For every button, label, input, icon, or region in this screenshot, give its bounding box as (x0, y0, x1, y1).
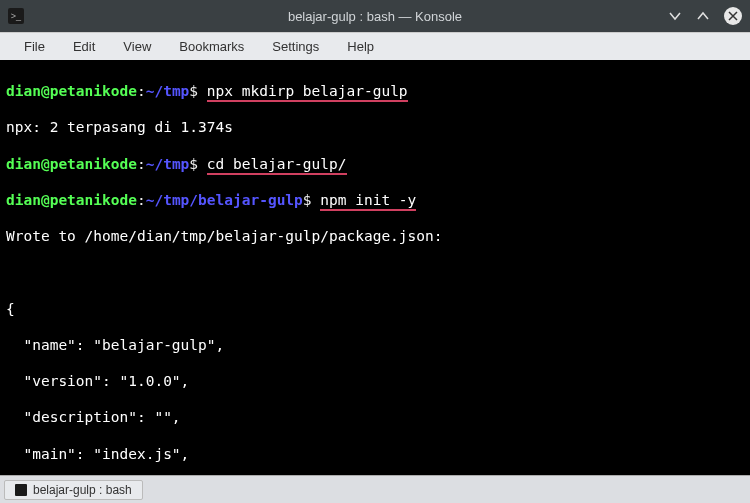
menu-file[interactable]: File (10, 35, 59, 58)
minimize-button[interactable] (668, 7, 682, 25)
window-title: belajar-gulp : bash — Konsole (0, 9, 750, 24)
terminal-area[interactable]: dian@petanikode:~/tmp$ npx mkdirp belaja… (0, 60, 750, 475)
terminal-line: "version": "1.0.0", (6, 372, 744, 390)
terminal-line: "name": "belajar-gulp", (6, 336, 744, 354)
close-button[interactable] (724, 7, 742, 25)
terminal-line: "description": "", (6, 408, 744, 426)
terminal-line: dian@petanikode:~/tmp$ cd belajar-gulp/ (6, 155, 744, 173)
terminal-line (6, 263, 744, 281)
terminal-line: dian@petanikode:~/tmp$ npx mkdirp belaja… (6, 82, 744, 100)
tab-bar: belajar-gulp : bash (0, 475, 750, 503)
terminal-tab[interactable]: belajar-gulp : bash (4, 480, 143, 500)
menu-view[interactable]: View (109, 35, 165, 58)
menu-settings[interactable]: Settings (258, 35, 333, 58)
terminal-line: "main": "index.js", (6, 445, 744, 463)
window-controls (668, 7, 742, 25)
terminal-line: Wrote to /home/dian/tmp/belajar-gulp/pac… (6, 227, 744, 245)
tab-label: belajar-gulp : bash (33, 483, 132, 497)
menu-bookmarks[interactable]: Bookmarks (165, 35, 258, 58)
close-icon (728, 11, 738, 21)
chevron-down-icon (668, 9, 682, 23)
title-bar: >_ belajar-gulp : bash — Konsole (0, 0, 750, 32)
menu-help[interactable]: Help (333, 35, 388, 58)
chevron-up-icon (696, 9, 710, 23)
menu-edit[interactable]: Edit (59, 35, 109, 58)
menu-bar: File Edit View Bookmarks Settings Help (0, 32, 750, 60)
terminal-line: npx: 2 terpasang di 1.374s (6, 118, 744, 136)
terminal-line: { (6, 300, 744, 318)
terminal-line: dian@petanikode:~/tmp/belajar-gulp$ npm … (6, 191, 744, 209)
terminal-icon (15, 484, 27, 496)
maximize-button[interactable] (696, 7, 710, 25)
app-icon: >_ (8, 8, 24, 24)
